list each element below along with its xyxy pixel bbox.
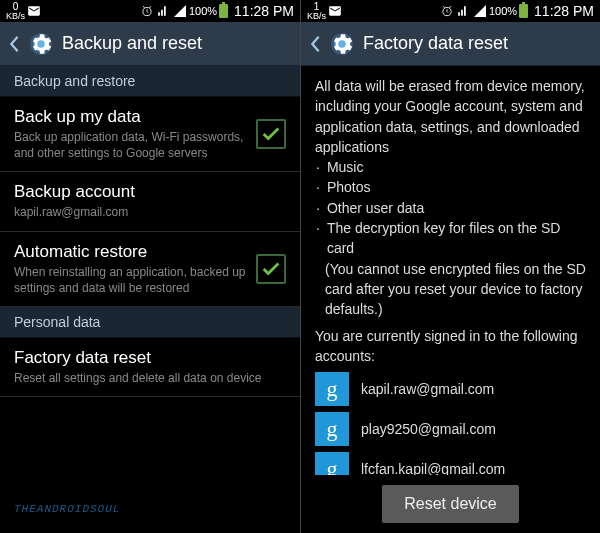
account-row[interactable]: g lfcfan.kapil@gmail.com	[315, 452, 586, 475]
account-row[interactable]: g play9250@gmail.com	[315, 412, 586, 446]
data-speed-indicator: 1 KB/s	[307, 2, 326, 21]
alarm-icon	[440, 4, 454, 18]
google-icon: g	[315, 372, 349, 406]
bullet-item: The decryption key for files on the SD c…	[315, 218, 586, 259]
back-icon[interactable]	[8, 35, 20, 53]
wifi-signal-icon	[457, 4, 471, 18]
clock: 11:28 PM	[234, 3, 294, 19]
cell-signal-icon	[474, 5, 486, 17]
bullet-note: (You cannot use encrypted files on the S…	[315, 259, 586, 320]
item-subtitle: Reset all settings and delete all data o…	[14, 370, 286, 386]
item-title: Automatic restore	[14, 242, 246, 262]
item-title: Backup account	[14, 182, 286, 202]
battery-icon	[219, 4, 228, 18]
item-subtitle: kapil.raw@gmail.com	[14, 204, 286, 220]
reset-device-button[interactable]: Reset device	[382, 485, 519, 523]
backup-account-item[interactable]: Backup account kapil.raw@gmail.com	[0, 172, 300, 231]
checkbox-auto-restore[interactable]	[256, 254, 286, 284]
checkbox-backup-data[interactable]	[256, 119, 286, 149]
wifi-signal-icon	[157, 4, 171, 18]
gmail-icon	[27, 4, 41, 18]
status-bar: 0 KB/s 100% 11:28 PM	[0, 0, 300, 22]
google-icon: g	[315, 412, 349, 446]
account-email: kapil.raw@gmail.com	[361, 379, 494, 399]
bullet-item: Photos	[315, 177, 586, 197]
factory-reset-item[interactable]: Factory data reset Reset all settings an…	[0, 338, 300, 397]
cell-signal-icon	[174, 5, 186, 17]
account-email: play9250@gmail.com	[361, 419, 496, 439]
footer: Reset device	[301, 475, 600, 533]
page-title: Backup and reset	[62, 33, 202, 54]
alarm-icon	[140, 4, 154, 18]
page-title: Factory data reset	[363, 33, 508, 54]
reset-description: All data will be erased from device memo…	[301, 66, 600, 475]
gmail-icon	[328, 4, 342, 18]
page-header: Factory data reset	[301, 22, 600, 66]
settings-gear-icon	[329, 31, 355, 57]
bullet-item: Music	[315, 157, 586, 177]
google-icon: g	[315, 452, 349, 475]
phone-left: 0 KB/s 100% 11:28 PM Backup and reset Ba…	[0, 0, 300, 533]
accounts-list: g kapil.raw@gmail.com g play9250@gmail.c…	[315, 372, 586, 475]
item-subtitle: Back up application data, Wi-Fi password…	[14, 129, 246, 161]
phone-right: 1 KB/s 100% 11:28 PM Factory data reset …	[300, 0, 600, 533]
item-subtitle: When reinstalling an application, backed…	[14, 264, 246, 296]
signed-in-text: You are currently signed in to the follo…	[315, 326, 586, 367]
item-title: Factory data reset	[14, 348, 286, 368]
battery-indicator: 100%	[189, 4, 228, 18]
backup-my-data-item[interactable]: Back up my data Back up application data…	[0, 97, 300, 172]
data-speed-indicator: 0 KB/s	[6, 2, 25, 21]
settings-gear-icon	[28, 31, 54, 57]
battery-icon	[519, 4, 528, 18]
section-header-personal: Personal data	[0, 307, 300, 338]
status-bar: 1 KB/s 100% 11:28 PM	[301, 0, 600, 22]
section-header-backup: Backup and restore	[0, 66, 300, 97]
battery-indicator: 100%	[489, 4, 528, 18]
automatic-restore-item[interactable]: Automatic restore When reinstalling an a…	[0, 232, 300, 307]
intro-text: All data will be erased from device memo…	[315, 76, 586, 157]
clock: 11:28 PM	[534, 3, 594, 19]
account-row[interactable]: g kapil.raw@gmail.com	[315, 372, 586, 406]
bullet-item: Other user data	[315, 198, 586, 218]
account-email: lfcfan.kapil@gmail.com	[361, 459, 505, 475]
item-title: Back up my data	[14, 107, 246, 127]
back-icon[interactable]	[309, 35, 321, 53]
watermark: THEANDROIDSOUL	[14, 503, 120, 515]
page-header: Backup and reset	[0, 22, 300, 66]
